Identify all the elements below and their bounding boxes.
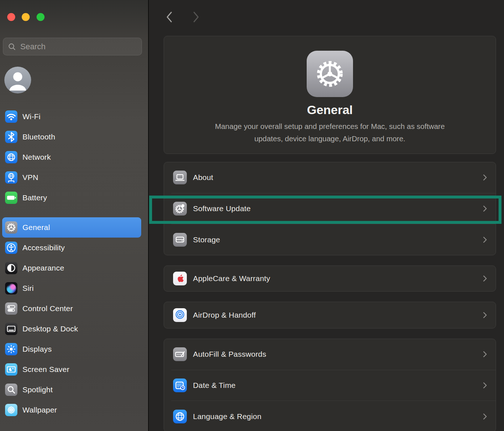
page-title: General [307, 103, 353, 117]
close-button[interactable] [7, 13, 15, 21]
sidebar-item-vpn[interactable]: VPN [2, 167, 141, 188]
row-label: Language & Region [193, 412, 483, 421]
bluetooth-icon [5, 131, 17, 143]
sidebar-item-control-center[interactable]: Control Center [2, 298, 141, 319]
page-description: Manage your overall setup and preference… [215, 120, 445, 145]
chevron-right-icon [483, 312, 487, 318]
gear-icon [5, 221, 17, 234]
sidebar-item-label: Battery [22, 193, 47, 202]
magnifier-icon [5, 384, 17, 396]
magnifier-icon [8, 43, 16, 51]
sidebar-item-displays[interactable]: Displays [2, 339, 141, 359]
chevron-right-icon [483, 205, 487, 212]
chevron-right-icon [192, 11, 200, 23]
sidebar-item-label: Network [22, 153, 51, 162]
flower-icon [5, 404, 17, 416]
chevron-right-icon [483, 237, 487, 243]
search-field[interactable] [3, 38, 142, 55]
row-language-region[interactable]: Language & Region [164, 401, 496, 431]
row-airdrop-handoff[interactable]: AirDrop & Handoff [164, 302, 496, 328]
desktop-window-icon [5, 323, 17, 335]
row-label: AppleCare & Warranty [193, 274, 483, 283]
sidebar-item-appearance[interactable]: Appearance [2, 258, 141, 278]
chevron-right-icon [483, 382, 487, 389]
sidebar: Wi-Fi Bluetooth Network [0, 0, 148, 431]
sidebar-item-label: Spotlight [22, 385, 53, 394]
system-settings-window: Wi-Fi Bluetooth Network [0, 0, 504, 431]
minimize-button[interactable] [22, 13, 30, 21]
row-label: Date & Time [193, 381, 483, 390]
row-applecare-warranty[interactable]: AppleCare & Warranty [164, 266, 496, 291]
sidebar-item-general[interactable]: General [2, 217, 141, 238]
sidebar-item-desktop-dock[interactable]: Desktop & Dock [2, 319, 141, 339]
row-label: Storage [193, 235, 483, 244]
about-group-card: About Softw [164, 162, 496, 255]
row-about[interactable]: About [164, 162, 496, 193]
chevron-left-icon [165, 11, 173, 23]
apple-logo-icon [173, 272, 187, 285]
autofill-field-pencil-icon [173, 347, 187, 361]
sidebar-item-siri[interactable]: Siri [2, 278, 141, 298]
sidebar-item-label: Appearance [22, 264, 64, 272]
calendar-clock-icon [173, 378, 187, 392]
sidebar-item-bluetooth[interactable]: Bluetooth [2, 127, 141, 147]
laptop-icon [173, 171, 187, 184]
siri-orb-icon [5, 282, 17, 294]
general-header-card: General Manage your overall setup and pr… [164, 36, 496, 154]
gear-icon [307, 51, 353, 97]
gear-update-badge-icon [173, 202, 187, 216]
chevron-right-icon [483, 351, 487, 357]
globe-icon [173, 410, 187, 423]
main-panel: General Manage your overall setup and pr… [149, 0, 504, 431]
sidebar-item-label: Control Center [22, 304, 73, 313]
row-label: AutoFill & Passwords [193, 350, 483, 359]
user-silhouette-icon [4, 67, 31, 93]
sidebar-item-network[interactable]: Network [2, 147, 141, 167]
search-input[interactable] [20, 42, 142, 52]
sidebar-item-label: Siri [22, 284, 34, 293]
network-globe-icon [5, 151, 17, 163]
sidebar-item-battery[interactable]: Battery [2, 188, 141, 208]
vpn-globe-icon [5, 171, 17, 184]
row-software-update[interactable]: Software Update [164, 193, 496, 224]
sidebar-item-spotlight[interactable]: Spotlight [2, 380, 141, 400]
sidebar-item-label: Bluetooth [22, 133, 55, 141]
hard-drive-icon [173, 233, 187, 247]
sidebar-item-label: Wi-Fi [22, 112, 41, 121]
row-autofill-passwords[interactable]: AutoFill & Passwords [164, 339, 496, 370]
battery-icon [5, 192, 17, 204]
sidebar-item-label: Accessibility [22, 243, 65, 252]
sidebar-item-label: Wallpaper [22, 406, 57, 414]
row-date-time[interactable]: Date & Time [164, 370, 496, 401]
back-button[interactable] [165, 10, 174, 24]
forward-button[interactable] [191, 10, 201, 24]
accessibility-icon [5, 242, 17, 254]
sidebar-item-screen-saver[interactable]: Screen Saver [2, 359, 141, 380]
chevron-right-icon [483, 174, 487, 181]
sidebar-item-label: General [22, 223, 50, 232]
airdrop-card: AirDrop & Handoff [164, 302, 496, 329]
sun-icon [5, 343, 17, 355]
appearance-icon [5, 262, 17, 274]
zoom-button[interactable] [37, 13, 45, 21]
sidebar-item-wallpaper[interactable]: Wallpaper [2, 400, 141, 420]
row-label: About [193, 173, 483, 182]
sidebar-item-accessibility[interactable]: Accessibility [2, 238, 141, 258]
sidebar-item-label: Desktop & Dock [22, 325, 78, 333]
sidebar-item-label: Screen Saver [22, 365, 70, 374]
row-label: AirDrop & Handoff [193, 311, 483, 319]
control-center-toggles-icon [5, 302, 17, 315]
sidebar-item-label: Displays [22, 345, 52, 353]
row-storage[interactable]: Storage [164, 224, 496, 255]
screen-moon-icon [5, 363, 17, 376]
applecare-card: AppleCare & Warranty [164, 265, 496, 292]
autofill-group-card: AutoFill & Passwords [164, 339, 496, 431]
sidebar-item-wifi[interactable]: Wi-Fi [2, 106, 141, 127]
row-label: Software Update [193, 204, 483, 213]
sidebar-item-label: VPN [22, 173, 38, 182]
chevron-right-icon [483, 413, 487, 420]
chevron-right-icon [483, 275, 487, 282]
wifi-icon [5, 110, 17, 123]
airdrop-waves-icon [173, 308, 187, 322]
avatar[interactable] [4, 67, 31, 93]
